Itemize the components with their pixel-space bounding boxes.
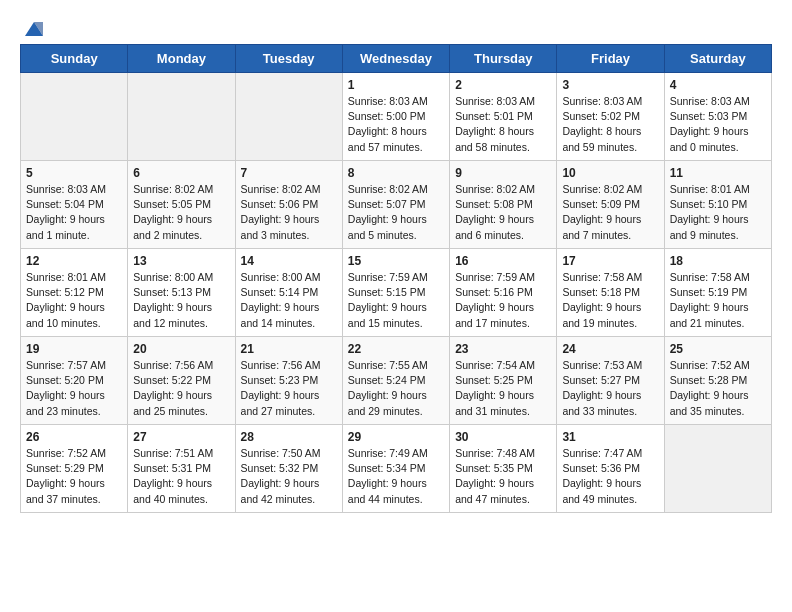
day-info: Sunrise: 8:00 AMSunset: 5:13 PMDaylight:…	[133, 270, 229, 331]
calendar-week-row: 26Sunrise: 7:52 AMSunset: 5:29 PMDayligh…	[21, 425, 772, 513]
day-info: Sunrise: 8:02 AMSunset: 5:07 PMDaylight:…	[348, 182, 444, 243]
calendar-cell: 22Sunrise: 7:55 AMSunset: 5:24 PMDayligh…	[342, 337, 449, 425]
day-number: 6	[133, 166, 229, 180]
day-info: Sunrise: 7:58 AMSunset: 5:19 PMDaylight:…	[670, 270, 766, 331]
calendar-cell: 4Sunrise: 8:03 AMSunset: 5:03 PMDaylight…	[664, 73, 771, 161]
day-number: 7	[241, 166, 337, 180]
calendar-cell: 7Sunrise: 8:02 AMSunset: 5:06 PMDaylight…	[235, 161, 342, 249]
calendar-cell: 10Sunrise: 8:02 AMSunset: 5:09 PMDayligh…	[557, 161, 664, 249]
weekday-header-thursday: Thursday	[450, 45, 557, 73]
calendar-cell: 28Sunrise: 7:50 AMSunset: 5:32 PMDayligh…	[235, 425, 342, 513]
day-info: Sunrise: 7:52 AMSunset: 5:28 PMDaylight:…	[670, 358, 766, 419]
calendar-cell: 17Sunrise: 7:58 AMSunset: 5:18 PMDayligh…	[557, 249, 664, 337]
day-info: Sunrise: 7:55 AMSunset: 5:24 PMDaylight:…	[348, 358, 444, 419]
day-number: 13	[133, 254, 229, 268]
day-number: 21	[241, 342, 337, 356]
calendar-cell	[235, 73, 342, 161]
calendar-cell: 26Sunrise: 7:52 AMSunset: 5:29 PMDayligh…	[21, 425, 128, 513]
day-number: 29	[348, 430, 444, 444]
calendar-cell	[664, 425, 771, 513]
calendar-cell: 5Sunrise: 8:03 AMSunset: 5:04 PMDaylight…	[21, 161, 128, 249]
calendar-cell: 23Sunrise: 7:54 AMSunset: 5:25 PMDayligh…	[450, 337, 557, 425]
calendar-cell: 19Sunrise: 7:57 AMSunset: 5:20 PMDayligh…	[21, 337, 128, 425]
day-info: Sunrise: 8:01 AMSunset: 5:12 PMDaylight:…	[26, 270, 122, 331]
day-number: 25	[670, 342, 766, 356]
calendar-cell: 29Sunrise: 7:49 AMSunset: 5:34 PMDayligh…	[342, 425, 449, 513]
calendar-cell: 8Sunrise: 8:02 AMSunset: 5:07 PMDaylight…	[342, 161, 449, 249]
calendar-week-row: 12Sunrise: 8:01 AMSunset: 5:12 PMDayligh…	[21, 249, 772, 337]
calendar-cell: 24Sunrise: 7:53 AMSunset: 5:27 PMDayligh…	[557, 337, 664, 425]
day-number: 18	[670, 254, 766, 268]
weekday-header-saturday: Saturday	[664, 45, 771, 73]
calendar-cell: 16Sunrise: 7:59 AMSunset: 5:16 PMDayligh…	[450, 249, 557, 337]
day-info: Sunrise: 7:47 AMSunset: 5:36 PMDaylight:…	[562, 446, 658, 507]
day-number: 22	[348, 342, 444, 356]
calendar-cell: 14Sunrise: 8:00 AMSunset: 5:14 PMDayligh…	[235, 249, 342, 337]
day-info: Sunrise: 7:59 AMSunset: 5:16 PMDaylight:…	[455, 270, 551, 331]
calendar-week-row: 1Sunrise: 8:03 AMSunset: 5:00 PMDaylight…	[21, 73, 772, 161]
weekday-header-friday: Friday	[557, 45, 664, 73]
day-number: 4	[670, 78, 766, 92]
day-number: 24	[562, 342, 658, 356]
day-info: Sunrise: 7:57 AMSunset: 5:20 PMDaylight:…	[26, 358, 122, 419]
day-info: Sunrise: 8:00 AMSunset: 5:14 PMDaylight:…	[241, 270, 337, 331]
day-info: Sunrise: 8:02 AMSunset: 5:09 PMDaylight:…	[562, 182, 658, 243]
header	[20, 18, 772, 34]
day-info: Sunrise: 7:54 AMSunset: 5:25 PMDaylight:…	[455, 358, 551, 419]
day-number: 9	[455, 166, 551, 180]
calendar-cell: 1Sunrise: 8:03 AMSunset: 5:00 PMDaylight…	[342, 73, 449, 161]
day-info: Sunrise: 7:59 AMSunset: 5:15 PMDaylight:…	[348, 270, 444, 331]
day-number: 1	[348, 78, 444, 92]
day-info: Sunrise: 7:53 AMSunset: 5:27 PMDaylight:…	[562, 358, 658, 419]
calendar-cell: 15Sunrise: 7:59 AMSunset: 5:15 PMDayligh…	[342, 249, 449, 337]
calendar-cell: 27Sunrise: 7:51 AMSunset: 5:31 PMDayligh…	[128, 425, 235, 513]
day-number: 31	[562, 430, 658, 444]
day-number: 2	[455, 78, 551, 92]
day-info: Sunrise: 7:56 AMSunset: 5:22 PMDaylight:…	[133, 358, 229, 419]
weekday-header-monday: Monday	[128, 45, 235, 73]
calendar-week-row: 19Sunrise: 7:57 AMSunset: 5:20 PMDayligh…	[21, 337, 772, 425]
calendar-cell: 2Sunrise: 8:03 AMSunset: 5:01 PMDaylight…	[450, 73, 557, 161]
day-number: 19	[26, 342, 122, 356]
day-info: Sunrise: 7:58 AMSunset: 5:18 PMDaylight:…	[562, 270, 658, 331]
weekday-header-sunday: Sunday	[21, 45, 128, 73]
calendar-cell	[21, 73, 128, 161]
day-number: 15	[348, 254, 444, 268]
calendar-cell: 18Sunrise: 7:58 AMSunset: 5:19 PMDayligh…	[664, 249, 771, 337]
logo-icon	[23, 18, 45, 40]
calendar-cell: 20Sunrise: 7:56 AMSunset: 5:22 PMDayligh…	[128, 337, 235, 425]
calendar-cell: 11Sunrise: 8:01 AMSunset: 5:10 PMDayligh…	[664, 161, 771, 249]
day-number: 5	[26, 166, 122, 180]
calendar-cell: 3Sunrise: 8:03 AMSunset: 5:02 PMDaylight…	[557, 73, 664, 161]
day-number: 16	[455, 254, 551, 268]
calendar-cell: 9Sunrise: 8:02 AMSunset: 5:08 PMDaylight…	[450, 161, 557, 249]
day-info: Sunrise: 8:01 AMSunset: 5:10 PMDaylight:…	[670, 182, 766, 243]
day-info: Sunrise: 8:03 AMSunset: 5:02 PMDaylight:…	[562, 94, 658, 155]
day-number: 8	[348, 166, 444, 180]
calendar-cell: 21Sunrise: 7:56 AMSunset: 5:23 PMDayligh…	[235, 337, 342, 425]
day-number: 3	[562, 78, 658, 92]
day-number: 20	[133, 342, 229, 356]
calendar-cell: 12Sunrise: 8:01 AMSunset: 5:12 PMDayligh…	[21, 249, 128, 337]
day-number: 30	[455, 430, 551, 444]
day-info: Sunrise: 8:03 AMSunset: 5:00 PMDaylight:…	[348, 94, 444, 155]
calendar-week-row: 5Sunrise: 8:03 AMSunset: 5:04 PMDaylight…	[21, 161, 772, 249]
calendar-cell: 13Sunrise: 8:00 AMSunset: 5:13 PMDayligh…	[128, 249, 235, 337]
day-number: 12	[26, 254, 122, 268]
day-info: Sunrise: 7:56 AMSunset: 5:23 PMDaylight:…	[241, 358, 337, 419]
day-number: 26	[26, 430, 122, 444]
day-info: Sunrise: 7:51 AMSunset: 5:31 PMDaylight:…	[133, 446, 229, 507]
day-info: Sunrise: 7:49 AMSunset: 5:34 PMDaylight:…	[348, 446, 444, 507]
day-info: Sunrise: 8:03 AMSunset: 5:01 PMDaylight:…	[455, 94, 551, 155]
day-info: Sunrise: 7:52 AMSunset: 5:29 PMDaylight:…	[26, 446, 122, 507]
day-number: 11	[670, 166, 766, 180]
day-info: Sunrise: 8:03 AMSunset: 5:04 PMDaylight:…	[26, 182, 122, 243]
logo	[20, 18, 45, 34]
calendar-table: SundayMondayTuesdayWednesdayThursdayFrid…	[20, 44, 772, 513]
day-number: 23	[455, 342, 551, 356]
day-info: Sunrise: 7:50 AMSunset: 5:32 PMDaylight:…	[241, 446, 337, 507]
calendar-cell: 31Sunrise: 7:47 AMSunset: 5:36 PMDayligh…	[557, 425, 664, 513]
calendar-cell: 30Sunrise: 7:48 AMSunset: 5:35 PMDayligh…	[450, 425, 557, 513]
weekday-header-tuesday: Tuesday	[235, 45, 342, 73]
day-number: 14	[241, 254, 337, 268]
